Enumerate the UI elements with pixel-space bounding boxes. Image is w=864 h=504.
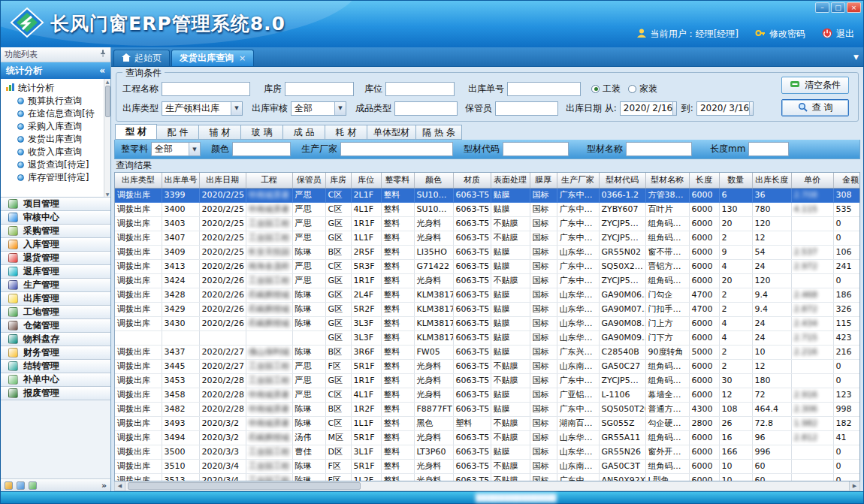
- sidebar-menu-item[interactable]: 退库管理: [1, 265, 110, 279]
- sidebar-menu-item[interactable]: 入库管理: [1, 238, 110, 252]
- table-row[interactable]: 调拨出库34242020/2/26工业园工程严思G区1R1F整料光身料6063-…: [115, 273, 860, 288]
- pin-icon[interactable]: [99, 50, 107, 59]
- date-to-picker[interactable]: 2020/ 3/16 ▼: [696, 101, 754, 116]
- location-input[interactable]: [385, 82, 455, 96]
- monitor-icon[interactable]: [17, 481, 25, 490]
- tree-item[interactable]: 采购入库查询: [1, 120, 110, 133]
- material-tab[interactable]: 耗 材: [325, 125, 367, 140]
- table-row[interactable]: 调拨出库34132020/2/26南海金茂府严思C区5R3F整料G7142260…: [115, 259, 860, 273]
- scroll-right-icon[interactable]: ▶: [849, 481, 859, 490]
- table-row[interactable]: 调拨出库33992020/2/25华南城原著严思C区2L1F整料SU10…606…: [115, 188, 860, 202]
- radio-jiazhuang[interactable]: 家装: [628, 83, 657, 95]
- tree-item[interactable]: 发货出库查询: [1, 133, 110, 146]
- material-tab[interactable]: 玻 璃: [241, 125, 283, 140]
- scroll-left-icon[interactable]: ◀: [115, 481, 125, 490]
- column-header[interactable]: 保管员: [292, 173, 325, 188]
- scroll-thumb[interactable]: [105, 86, 110, 117]
- sidebar-menu-item[interactable]: 出库管理: [1, 292, 110, 306]
- table-row[interactable]: 调拨出库34942020/3/2石碣辉煌城汤伟M区5R1F整料光身料6063-T…: [115, 430, 860, 445]
- table-row[interactable]: 调拨出库34532020/2/28工业园工程严思G区1R1F整料光身料6063-…: [115, 373, 860, 388]
- column-header[interactable]: 金额: [833, 173, 860, 188]
- out-type-select[interactable]: 生产领料出库 ▼: [162, 101, 243, 116]
- sidebar-menu-item[interactable]: 退货管理: [1, 252, 110, 265]
- tree-item[interactable]: 预算执行查询: [1, 95, 110, 107]
- material-tab[interactable]: 成 品: [283, 125, 325, 140]
- column-header[interactable]: 型材代码: [599, 173, 645, 188]
- logout-link[interactable]: 退出: [836, 28, 854, 41]
- scroll-down-icon[interactable]: ▼: [106, 192, 110, 197]
- table-row[interactable]: 调拨出库34292020/2/26石碣辉煌城陈琳G区5R2F整料KLM38176…: [115, 302, 860, 316]
- sidebar-menu-item[interactable]: 补单中心: [1, 373, 110, 387]
- table-row[interactable]: G区3L3F整料KLM38176063-T5贴膜国标山东华…GA90M09…门下…: [115, 330, 860, 345]
- keeper-input[interactable]: [495, 101, 558, 116]
- column-header[interactable]: 数量: [719, 173, 752, 188]
- material-tab[interactable]: 辅 材: [199, 125, 241, 140]
- tree-item[interactable]: 收货入库查询: [1, 146, 110, 158]
- maximize-button[interactable]: □: [831, 2, 845, 13]
- table-row[interactable]: 调拨出库35002020/3/3工业园工程曹佳D区3L1F整料LT3P60606…: [115, 445, 860, 459]
- material-tab[interactable]: 单体型材: [367, 125, 416, 140]
- tab-home[interactable]: 起始页: [113, 50, 170, 66]
- sidebar-menu-item[interactable]: 报废管理: [1, 387, 110, 400]
- sidebar-menu-item[interactable]: 采购管理: [1, 225, 110, 238]
- tree-root[interactable]: 统计分析: [1, 81, 110, 95]
- column-header[interactable]: 长度: [689, 173, 719, 188]
- order-no-input[interactable]: [507, 82, 581, 96]
- column-header[interactable]: 库房: [325, 173, 351, 188]
- expand-icon[interactable]: »: [101, 481, 107, 490]
- material-tab[interactable]: 配 件: [157, 125, 199, 140]
- column-header[interactable]: 整零料: [381, 173, 414, 188]
- color-input[interactable]: [232, 142, 291, 156]
- column-header[interactable]: 出库类型: [115, 173, 162, 188]
- radio-gongzhuang[interactable]: 工装: [591, 83, 621, 95]
- sidebar-menu-item[interactable]: 物料盘存: [1, 333, 110, 346]
- table-row[interactable]: 调拨出库34302020/2/26石碣辉煌城陈琳G区3L3F整料KLM38176…: [115, 316, 860, 330]
- tab-overflow-icon[interactable]: ▼: [853, 53, 859, 61]
- scroll-thumb[interactable]: [128, 482, 361, 490]
- table-row[interactable]: 调拨出库34372020/2/27佛山保利城陈琳B区3R6F整料FW056063…: [115, 345, 860, 359]
- column-header[interactable]: 出库日期: [199, 173, 246, 188]
- project-name-input[interactable]: [162, 82, 250, 96]
- column-header[interactable]: 库位: [351, 173, 381, 188]
- length-input[interactable]: [748, 142, 789, 156]
- folder-icon[interactable]: [5, 481, 13, 490]
- column-header[interactable]: 型材名称: [645, 173, 689, 188]
- table-row[interactable]: 调拨出库34932020/3/2华南城原著陈琳C区1L1F整料黑色塑料不贴膜国标…: [115, 416, 860, 430]
- close-button[interactable]: ×: [847, 2, 861, 13]
- module-icon[interactable]: [29, 481, 37, 490]
- sidebar-menu-item[interactable]: 财务管理: [1, 346, 110, 360]
- table-row[interactable]: 调拨出库35102020/3/4工业园工程陈琳F区5R1F整料光身料6063-T…: [115, 459, 860, 473]
- search-button[interactable]: 查 询: [781, 99, 849, 116]
- column-header[interactable]: 膜厚: [530, 173, 557, 188]
- horizontal-scrollbar[interactable]: ◀ ▶: [114, 481, 860, 491]
- column-header[interactable]: 出库单号: [162, 173, 199, 188]
- sidebar-menu-item[interactable]: 结转管理: [1, 360, 110, 373]
- whole-material-select[interactable]: 全部 ▼: [151, 142, 201, 156]
- tree-item[interactable]: 退货查询[待定]: [1, 158, 110, 171]
- sidebar-menu-item[interactable]: 仓储管理: [1, 319, 110, 333]
- sidebar-menu-item[interactable]: 项目管理: [1, 198, 110, 211]
- table-row[interactable]: 调拨出库34032020/2/25工业园工程严思G区1R1F整料光身料6063-…: [115, 216, 860, 231]
- sidebar-menu-item[interactable]: 生产管理: [1, 279, 110, 292]
- product-type-input[interactable]: [394, 101, 458, 116]
- sidebar-menu-item[interactable]: 审核中心: [1, 211, 110, 225]
- material-tab[interactable]: 隔 热 条: [416, 125, 462, 140]
- collapse-icon[interactable]: «: [99, 65, 105, 76]
- tree-item[interactable]: 在途信息查询[待: [1, 107, 110, 120]
- table-row[interactable]: 调拨出库34582020/2/28华南城原著严思C区4L1F整料光身料6063-…: [115, 388, 860, 402]
- profile-code-input[interactable]: [503, 142, 569, 156]
- tab-close-icon[interactable]: ×: [239, 53, 246, 63]
- column-header[interactable]: 出库长度: [752, 173, 791, 188]
- column-header[interactable]: 单价: [791, 173, 833, 188]
- column-header[interactable]: 生产厂家: [557, 173, 599, 188]
- column-header[interactable]: 材质: [453, 173, 491, 188]
- sidebar-section-statistics[interactable]: 统计分析 «: [1, 62, 110, 79]
- material-tab[interactable]: 型 材: [115, 124, 157, 140]
- table-row[interactable]: 调拨出库34092020/2/25长安天悦园陈琳B区2R5F整料LI35HO60…: [115, 245, 860, 259]
- audit-select[interactable]: 全部 ▼: [291, 101, 346, 116]
- table-row[interactable]: 调拨出库34822020/2/28华南城原著陈琳B区1R2F整料F8877FT6…: [115, 402, 860, 416]
- tree-item[interactable]: 库存管理[待定]: [1, 171, 110, 184]
- minimize-button[interactable]: –: [815, 2, 829, 13]
- table-row[interactable]: 调拨出库34002020/2/25华南城原著严思C区4L1F整料SU10…606…: [115, 202, 860, 216]
- scroll-up-icon[interactable]: ▲: [106, 79, 110, 84]
